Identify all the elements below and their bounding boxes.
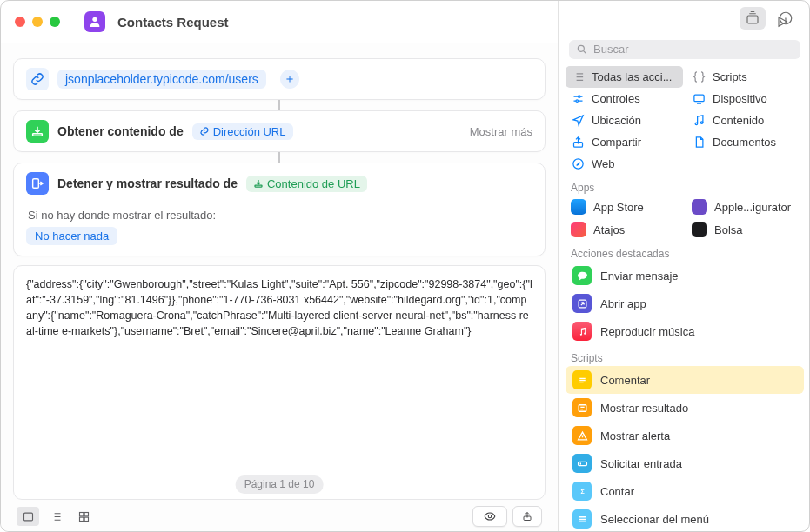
svg-rect-22 xyxy=(79,517,83,521)
view-list-button[interactable] xyxy=(44,507,67,526)
search-placeholder: Buscar xyxy=(593,43,628,56)
location-icon xyxy=(571,113,586,128)
stocks-icon xyxy=(692,222,707,237)
action-comment[interactable]: Comentar xyxy=(566,366,804,394)
result-text: {"address":{"city":"Gwenborough","street… xyxy=(26,278,532,337)
sidebar: Buscar Todas las acci... Scripts Control… xyxy=(559,1,810,532)
url-chip[interactable]: jsonplaceholder.typicode.com/users xyxy=(57,70,266,89)
exit-icon xyxy=(26,172,49,195)
svg-rect-14 xyxy=(578,462,586,465)
safari-icon xyxy=(571,156,586,171)
category-web[interactable]: Web xyxy=(566,153,683,175)
app-configurator[interactable]: Apple...igurator xyxy=(686,196,804,218)
comment-icon xyxy=(572,370,592,389)
library-icon[interactable] xyxy=(740,7,766,30)
sliders-icon xyxy=(571,91,586,106)
svg-rect-2 xyxy=(747,16,758,23)
close-window-button[interactable] xyxy=(15,17,25,27)
section-apps: Apps xyxy=(559,175,810,196)
list-icon xyxy=(571,70,586,84)
window-title: Contacts Request xyxy=(117,15,229,30)
view-grid-button[interactable] xyxy=(72,507,95,526)
add-url-button[interactable]: ＋ xyxy=(280,70,299,89)
connector-line xyxy=(278,152,280,163)
minimize-window-button[interactable] xyxy=(32,17,43,27)
braces-icon xyxy=(692,70,706,84)
action-count[interactable]: Σ Contar xyxy=(566,477,804,505)
view-detail-button[interactable] xyxy=(17,507,39,526)
info-icon[interactable] xyxy=(773,7,799,30)
window-controls xyxy=(15,17,60,27)
connector-line xyxy=(278,100,280,110)
svg-rect-21 xyxy=(84,512,88,515)
quick-look-button[interactable] xyxy=(472,506,507,527)
open-app-icon xyxy=(572,294,592,313)
app-shortcuts[interactable]: Atajos xyxy=(566,218,683,241)
url-variable-chip[interactable]: Dirección URL xyxy=(192,123,293,140)
step-get-contents[interactable]: Obtener contenido de Dirección URL Mostr… xyxy=(13,110,546,152)
svg-rect-20 xyxy=(79,512,83,515)
step-stop-label: Detener y mostrar resultado de xyxy=(57,176,238,190)
action-play-music[interactable]: Reproducir música xyxy=(566,317,804,345)
link-icon xyxy=(26,68,49,90)
result-output[interactable]: {"address":{"city":"Gwenborough","street… xyxy=(13,265,546,500)
svg-rect-18 xyxy=(255,185,262,187)
configurator-icon xyxy=(692,199,707,215)
svg-point-6 xyxy=(576,100,579,103)
svg-rect-23 xyxy=(84,517,88,521)
svg-point-24 xyxy=(488,515,492,518)
category-documents[interactable]: Documentos xyxy=(686,131,804,153)
step-stop-show[interactable]: Detener y mostrar resultado de Contenido… xyxy=(13,163,546,256)
svg-rect-19 xyxy=(23,513,32,521)
svg-rect-13 xyxy=(579,404,586,411)
svg-point-0 xyxy=(92,17,97,22)
step-url[interactable]: jsonplaceholder.typicode.com/users ＋ xyxy=(13,58,546,100)
section-scripts: Scripts xyxy=(559,345,810,366)
share-result-button[interactable] xyxy=(512,506,542,527)
result-icon xyxy=(572,398,592,417)
action-ask-input[interactable]: Solicitar entrada xyxy=(566,449,804,477)
app-stocks[interactable]: Bolsa xyxy=(686,218,804,241)
menu-icon xyxy=(572,509,592,529)
category-device[interactable]: Dispositivo xyxy=(686,88,804,110)
svg-rect-7 xyxy=(694,95,704,102)
action-show-alert[interactable]: Mostrar alerta xyxy=(566,422,804,449)
action-show-result[interactable]: Mostrar resultado xyxy=(566,394,804,422)
svg-point-5 xyxy=(579,96,581,98)
alert-icon xyxy=(572,426,592,445)
input-icon xyxy=(572,454,592,473)
download-icon xyxy=(26,120,49,143)
svg-point-9 xyxy=(700,122,703,124)
category-location[interactable]: Ubicación xyxy=(566,110,683,131)
app-icon xyxy=(84,11,105,32)
workflow-area: jsonplaceholder.typicode.com/users ＋ Obt… xyxy=(1,43,558,532)
device-icon xyxy=(692,91,706,106)
messages-icon xyxy=(572,266,592,285)
document-icon xyxy=(692,135,706,150)
page-indicator: Página 1 de 10 xyxy=(236,475,324,494)
category-share[interactable]: Compartir xyxy=(566,131,683,153)
content-variable-chip[interactable]: Contenido de URL xyxy=(246,176,367,192)
category-scripts[interactable]: Scripts xyxy=(686,66,804,88)
appstore-icon xyxy=(571,199,586,215)
svg-rect-16 xyxy=(33,134,43,136)
category-all[interactable]: Todas las acci... xyxy=(566,66,683,88)
action-send-message[interactable]: Enviar mensaje xyxy=(566,262,804,289)
action-open-app[interactable]: Abrir app xyxy=(566,289,804,317)
section-featured: Acciones destacadas xyxy=(559,241,810,262)
action-menu-select[interactable]: Seleccionar del menú xyxy=(566,505,804,532)
step-get-label: Obtener contenido de xyxy=(57,124,184,138)
app-appstore[interactable]: App Store xyxy=(566,196,683,218)
fullscreen-window-button[interactable] xyxy=(50,17,60,27)
search-input[interactable]: Buscar xyxy=(569,40,800,59)
svg-rect-17 xyxy=(33,179,39,189)
do-nothing-chip[interactable]: No hacer nada xyxy=(26,227,117,245)
svg-point-4 xyxy=(578,45,584,51)
count-icon: Σ xyxy=(572,482,592,501)
svg-text:Σ: Σ xyxy=(580,489,584,495)
category-content[interactable]: Contenido xyxy=(686,110,804,131)
music-app-icon xyxy=(572,322,592,341)
show-more-button[interactable]: Mostrar más xyxy=(470,125,532,138)
music-icon xyxy=(692,113,706,128)
category-controls[interactable]: Controles xyxy=(566,88,683,110)
